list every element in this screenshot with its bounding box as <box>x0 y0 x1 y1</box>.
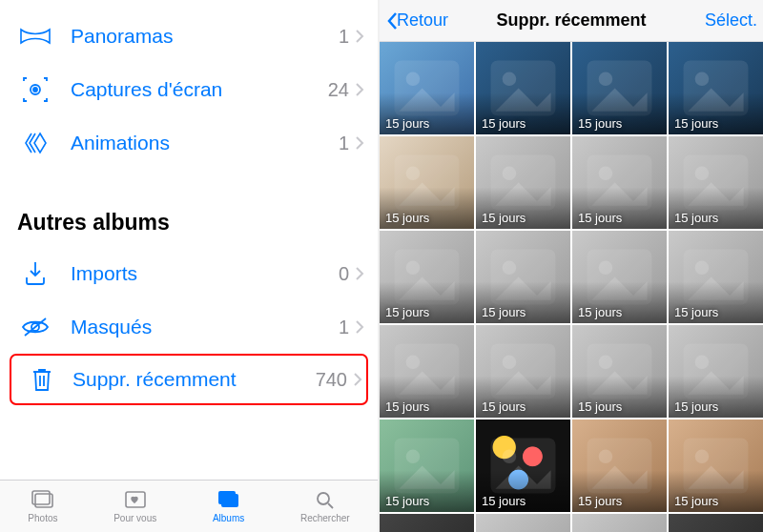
svg-point-50 <box>695 450 710 464</box>
photo-thumbnail[interactable]: 15 jours <box>669 42 763 134</box>
trash-icon <box>11 366 72 393</box>
svg-point-16 <box>599 72 613 87</box>
tab-label: Rechercher <box>300 513 350 523</box>
chevron-right-icon <box>355 29 364 44</box>
svg-point-9 <box>318 493 329 504</box>
photo-thumbnail[interactable]: 15 jours <box>380 325 474 418</box>
photo-thumbnail[interactable]: 15 jours <box>572 514 667 532</box>
svg-point-46 <box>503 450 517 464</box>
album-row-recently-deleted[interactable]: Suppr. récemment 740 <box>10 354 368 405</box>
album-row-imports[interactable]: Imports 0 <box>0 247 378 300</box>
album-row-panoramas[interactable]: Panoramas 1 <box>0 10 378 63</box>
chevron-right-icon <box>355 319 364 335</box>
animations-icon <box>0 131 71 155</box>
back-label: Retour <box>397 10 448 31</box>
hidden-icon <box>0 316 71 338</box>
svg-point-36 <box>406 356 421 370</box>
svg-point-42 <box>695 356 710 370</box>
album-label: Captures d'écran <box>71 78 328 101</box>
days-remaining-label: 15 jours <box>385 305 429 319</box>
album-row-animations[interactable]: Animations 1 <box>0 116 378 170</box>
days-remaining-label: 15 jours <box>385 494 429 508</box>
days-remaining-label: 15 jours <box>482 494 526 508</box>
photo-thumbnail[interactable]: 15 jours <box>380 419 474 512</box>
photo-thumbnail[interactable]: 15 jours <box>476 136 570 229</box>
photo-thumbnail[interactable]: 15 jours <box>476 419 570 512</box>
albums-list: Panoramas 1 Captures d'écran 24 Animatio… <box>0 0 378 480</box>
album-label: Suppr. récemment <box>72 368 316 391</box>
tab-search[interactable]: Rechercher <box>300 489 350 523</box>
tab-label: Pour vous <box>113 513 156 523</box>
days-remaining-label: 15 jours <box>674 305 718 319</box>
svg-rect-8 <box>218 491 236 504</box>
recently-deleted-screen: Retour Suppr. récemment Sélect. 15 jours… <box>380 0 763 532</box>
panorama-icon <box>0 27 71 46</box>
tab-albums[interactable]: Albums <box>213 489 244 523</box>
days-remaining-label: 15 jours <box>674 494 718 508</box>
svg-point-22 <box>503 167 517 181</box>
album-count: 0 <box>339 263 349 285</box>
photo-thumbnail[interactable]: 15 jours <box>476 514 570 532</box>
svg-point-34 <box>695 261 710 276</box>
days-remaining-label: 15 jours <box>578 494 622 508</box>
photo-thumbnail[interactable]: 15 jours <box>380 231 474 323</box>
tab-for-you[interactable]: Pour vous <box>113 489 156 523</box>
tab-photos[interactable]: Photos <box>28 489 57 523</box>
tab-label: Photos <box>28 513 57 523</box>
days-remaining-label: 15 jours <box>578 305 622 319</box>
photo-thumbnail[interactable]: 15 jours <box>669 231 763 323</box>
svg-point-12 <box>406 72 421 87</box>
days-remaining-label: 15 jours <box>578 399 622 414</box>
album-row-hidden[interactable]: Masqués 1 <box>0 300 378 354</box>
photo-thumbnail[interactable]: 15 jours <box>572 231 667 323</box>
days-remaining-label: 15 jours <box>385 399 429 414</box>
photo-thumbnail[interactable]: 15 jours <box>380 514 474 532</box>
album-count: 24 <box>328 79 349 101</box>
photo-grid: 15 jours15 jours15 jours15 jours15 jours… <box>380 42 763 532</box>
album-label: Masqués <box>71 316 339 338</box>
photo-thumbnail[interactable]: 15 jours <box>669 514 763 532</box>
photo-thumbnail[interactable]: 15 jours <box>572 419 667 512</box>
svg-point-32 <box>599 261 613 276</box>
albums-screen: Panoramas 1 Captures d'écran 24 Animatio… <box>0 0 380 532</box>
svg-point-14 <box>503 72 517 87</box>
tab-label: Albums <box>213 513 244 523</box>
photo-thumbnail[interactable]: 15 jours <box>380 42 474 134</box>
photo-thumbnail[interactable]: 15 jours <box>669 419 763 512</box>
album-row-screenshots[interactable]: Captures d'écran 24 <box>0 63 378 116</box>
photo-thumbnail[interactable]: 15 jours <box>572 136 667 229</box>
svg-point-20 <box>406 167 421 181</box>
svg-point-38 <box>503 356 517 370</box>
album-count: 1 <box>339 26 349 48</box>
album-label: Imports <box>71 262 339 285</box>
svg-point-24 <box>599 167 613 181</box>
days-remaining-label: 15 jours <box>385 116 429 131</box>
chevron-right-icon <box>355 266 364 281</box>
svg-point-18 <box>695 72 710 87</box>
chevron-right-icon <box>353 372 362 387</box>
svg-point-40 <box>599 356 613 370</box>
photo-thumbnail[interactable]: 15 jours <box>572 325 667 418</box>
days-remaining-label: 15 jours <box>482 305 526 319</box>
photo-thumbnail[interactable]: 15 jours <box>476 231 570 323</box>
photo-thumbnail[interactable]: 15 jours <box>380 136 474 229</box>
tab-bar: Photos Pour vous Albums Rechercher <box>0 480 378 532</box>
back-button[interactable]: Retour <box>385 10 448 31</box>
days-remaining-label: 15 jours <box>385 211 429 225</box>
svg-line-3 <box>25 318 46 336</box>
days-remaining-label: 15 jours <box>674 211 718 225</box>
photo-thumbnail[interactable]: 15 jours <box>669 136 763 229</box>
nav-bar: Retour Suppr. récemment Sélect. <box>380 0 763 42</box>
photo-thumbnail[interactable]: 15 jours <box>669 325 763 418</box>
svg-point-26 <box>695 167 710 181</box>
photo-thumbnail[interactable]: 15 jours <box>476 325 570 418</box>
photo-thumbnail[interactable]: 15 jours <box>476 42 570 134</box>
svg-point-48 <box>599 450 613 464</box>
select-button[interactable]: Sélect. <box>705 10 757 31</box>
section-header-other-albums: Autres albums <box>0 170 378 247</box>
album-count: 740 <box>316 369 347 391</box>
days-remaining-label: 15 jours <box>482 211 526 225</box>
photo-thumbnail[interactable]: 15 jours <box>572 42 667 134</box>
screenshot-icon <box>0 75 71 104</box>
days-remaining-label: 15 jours <box>674 399 718 414</box>
